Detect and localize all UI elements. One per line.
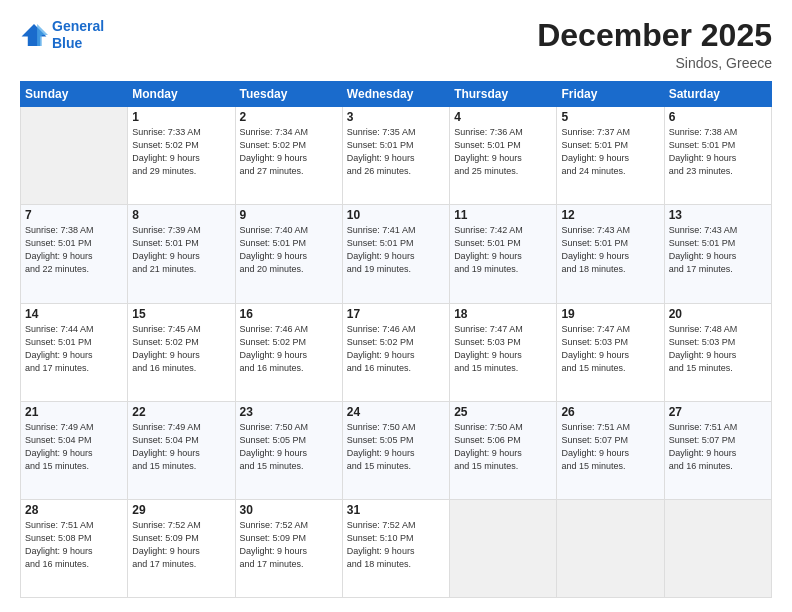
logo-general: General: [52, 18, 104, 34]
day-number: 19: [561, 307, 659, 321]
day-info: Sunrise: 7:47 AMSunset: 5:03 PMDaylight:…: [454, 323, 552, 375]
calendar-cell: 23Sunrise: 7:50 AMSunset: 5:05 PMDayligh…: [235, 401, 342, 499]
day-info: Sunrise: 7:42 AMSunset: 5:01 PMDaylight:…: [454, 224, 552, 276]
day-number: 18: [454, 307, 552, 321]
day-info: Sunrise: 7:36 AMSunset: 5:01 PMDaylight:…: [454, 126, 552, 178]
calendar-cell: 4Sunrise: 7:36 AMSunset: 5:01 PMDaylight…: [450, 107, 557, 205]
weekday-row: SundayMondayTuesdayWednesdayThursdayFrid…: [21, 82, 772, 107]
day-number: 31: [347, 503, 445, 517]
calendar-cell: 26Sunrise: 7:51 AMSunset: 5:07 PMDayligh…: [557, 401, 664, 499]
day-info: Sunrise: 7:51 AMSunset: 5:07 PMDaylight:…: [561, 421, 659, 473]
day-info: Sunrise: 7:37 AMSunset: 5:01 PMDaylight:…: [561, 126, 659, 178]
calendar-cell: 5Sunrise: 7:37 AMSunset: 5:01 PMDaylight…: [557, 107, 664, 205]
day-number: 23: [240, 405, 338, 419]
calendar-cell: 19Sunrise: 7:47 AMSunset: 5:03 PMDayligh…: [557, 303, 664, 401]
calendar-cell: 12Sunrise: 7:43 AMSunset: 5:01 PMDayligh…: [557, 205, 664, 303]
calendar-cell: 2Sunrise: 7:34 AMSunset: 5:02 PMDaylight…: [235, 107, 342, 205]
day-info: Sunrise: 7:33 AMSunset: 5:02 PMDaylight:…: [132, 126, 230, 178]
main-title: December 2025: [537, 18, 772, 53]
day-number: 11: [454, 208, 552, 222]
day-number: 5: [561, 110, 659, 124]
day-info: Sunrise: 7:34 AMSunset: 5:02 PMDaylight:…: [240, 126, 338, 178]
day-info: Sunrise: 7:52 AMSunset: 5:10 PMDaylight:…: [347, 519, 445, 571]
svg-marker-1: [37, 24, 48, 46]
day-info: Sunrise: 7:51 AMSunset: 5:07 PMDaylight:…: [669, 421, 767, 473]
calendar-cell: 28Sunrise: 7:51 AMSunset: 5:08 PMDayligh…: [21, 499, 128, 597]
day-info: Sunrise: 7:38 AMSunset: 5:01 PMDaylight:…: [669, 126, 767, 178]
calendar-body: 1Sunrise: 7:33 AMSunset: 5:02 PMDaylight…: [21, 107, 772, 598]
day-number: 14: [25, 307, 123, 321]
weekday-header-saturday: Saturday: [664, 82, 771, 107]
day-number: 24: [347, 405, 445, 419]
day-number: 28: [25, 503, 123, 517]
calendar-week-5: 28Sunrise: 7:51 AMSunset: 5:08 PMDayligh…: [21, 499, 772, 597]
day-number: 4: [454, 110, 552, 124]
calendar-week-2: 7Sunrise: 7:38 AMSunset: 5:01 PMDaylight…: [21, 205, 772, 303]
calendar-cell: [664, 499, 771, 597]
calendar-cell: 9Sunrise: 7:40 AMSunset: 5:01 PMDaylight…: [235, 205, 342, 303]
calendar-cell: 16Sunrise: 7:46 AMSunset: 5:02 PMDayligh…: [235, 303, 342, 401]
calendar-week-3: 14Sunrise: 7:44 AMSunset: 5:01 PMDayligh…: [21, 303, 772, 401]
day-info: Sunrise: 7:52 AMSunset: 5:09 PMDaylight:…: [240, 519, 338, 571]
weekday-header-thursday: Thursday: [450, 82, 557, 107]
calendar-cell: 27Sunrise: 7:51 AMSunset: 5:07 PMDayligh…: [664, 401, 771, 499]
day-number: 12: [561, 208, 659, 222]
calendar-cell: 11Sunrise: 7:42 AMSunset: 5:01 PMDayligh…: [450, 205, 557, 303]
day-number: 7: [25, 208, 123, 222]
logo: General Blue: [20, 18, 104, 52]
day-info: Sunrise: 7:49 AMSunset: 5:04 PMDaylight:…: [25, 421, 123, 473]
calendar-cell: 24Sunrise: 7:50 AMSunset: 5:05 PMDayligh…: [342, 401, 449, 499]
day-info: Sunrise: 7:50 AMSunset: 5:05 PMDaylight:…: [240, 421, 338, 473]
day-info: Sunrise: 7:43 AMSunset: 5:01 PMDaylight:…: [561, 224, 659, 276]
day-info: Sunrise: 7:50 AMSunset: 5:06 PMDaylight:…: [454, 421, 552, 473]
calendar-table: SundayMondayTuesdayWednesdayThursdayFrid…: [20, 81, 772, 598]
calendar-cell: 14Sunrise: 7:44 AMSunset: 5:01 PMDayligh…: [21, 303, 128, 401]
calendar-week-4: 21Sunrise: 7:49 AMSunset: 5:04 PMDayligh…: [21, 401, 772, 499]
weekday-header-friday: Friday: [557, 82, 664, 107]
calendar-cell: [557, 499, 664, 597]
title-block: December 2025 Sindos, Greece: [537, 18, 772, 71]
weekday-header-monday: Monday: [128, 82, 235, 107]
day-number: 2: [240, 110, 338, 124]
day-number: 9: [240, 208, 338, 222]
calendar-cell: 15Sunrise: 7:45 AMSunset: 5:02 PMDayligh…: [128, 303, 235, 401]
logo-icon: [20, 21, 48, 49]
day-number: 13: [669, 208, 767, 222]
day-info: Sunrise: 7:43 AMSunset: 5:01 PMDaylight:…: [669, 224, 767, 276]
calendar-cell: 20Sunrise: 7:48 AMSunset: 5:03 PMDayligh…: [664, 303, 771, 401]
day-info: Sunrise: 7:45 AMSunset: 5:02 PMDaylight:…: [132, 323, 230, 375]
day-info: Sunrise: 7:52 AMSunset: 5:09 PMDaylight:…: [132, 519, 230, 571]
day-number: 25: [454, 405, 552, 419]
logo-blue: Blue: [52, 35, 82, 51]
day-info: Sunrise: 7:46 AMSunset: 5:02 PMDaylight:…: [347, 323, 445, 375]
weekday-header-tuesday: Tuesday: [235, 82, 342, 107]
calendar-cell: 6Sunrise: 7:38 AMSunset: 5:01 PMDaylight…: [664, 107, 771, 205]
calendar-cell: 29Sunrise: 7:52 AMSunset: 5:09 PMDayligh…: [128, 499, 235, 597]
day-number: 30: [240, 503, 338, 517]
day-number: 8: [132, 208, 230, 222]
weekday-header-sunday: Sunday: [21, 82, 128, 107]
day-number: 26: [561, 405, 659, 419]
day-number: 15: [132, 307, 230, 321]
calendar-cell: 13Sunrise: 7:43 AMSunset: 5:01 PMDayligh…: [664, 205, 771, 303]
calendar-cell: 8Sunrise: 7:39 AMSunset: 5:01 PMDaylight…: [128, 205, 235, 303]
day-number: 27: [669, 405, 767, 419]
day-number: 20: [669, 307, 767, 321]
day-info: Sunrise: 7:35 AMSunset: 5:01 PMDaylight:…: [347, 126, 445, 178]
calendar-cell: 7Sunrise: 7:38 AMSunset: 5:01 PMDaylight…: [21, 205, 128, 303]
calendar-cell: [21, 107, 128, 205]
day-info: Sunrise: 7:39 AMSunset: 5:01 PMDaylight:…: [132, 224, 230, 276]
day-info: Sunrise: 7:47 AMSunset: 5:03 PMDaylight:…: [561, 323, 659, 375]
calendar-header: SundayMondayTuesdayWednesdayThursdayFrid…: [21, 82, 772, 107]
calendar-cell: 1Sunrise: 7:33 AMSunset: 5:02 PMDaylight…: [128, 107, 235, 205]
day-info: Sunrise: 7:50 AMSunset: 5:05 PMDaylight:…: [347, 421, 445, 473]
calendar-cell: 25Sunrise: 7:50 AMSunset: 5:06 PMDayligh…: [450, 401, 557, 499]
day-info: Sunrise: 7:40 AMSunset: 5:01 PMDaylight:…: [240, 224, 338, 276]
day-number: 17: [347, 307, 445, 321]
calendar-cell: 31Sunrise: 7:52 AMSunset: 5:10 PMDayligh…: [342, 499, 449, 597]
day-number: 16: [240, 307, 338, 321]
day-info: Sunrise: 7:49 AMSunset: 5:04 PMDaylight:…: [132, 421, 230, 473]
header: General Blue December 2025 Sindos, Greec…: [20, 18, 772, 71]
day-number: 10: [347, 208, 445, 222]
day-info: Sunrise: 7:51 AMSunset: 5:08 PMDaylight:…: [25, 519, 123, 571]
